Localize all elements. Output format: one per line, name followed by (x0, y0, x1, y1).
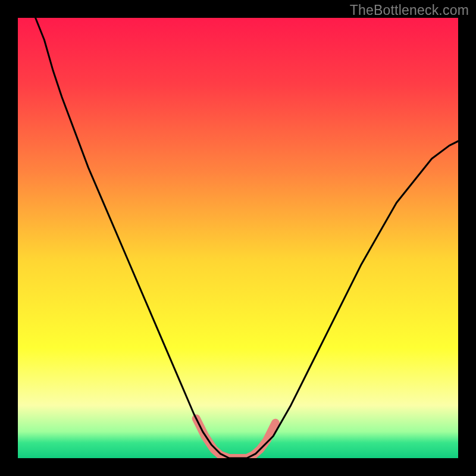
bottleneck-chart (18, 18, 458, 458)
gradient-background (18, 18, 458, 458)
watermark-text: TheBottleneck.com (350, 2, 469, 18)
chart-frame: TheBottleneck.com (0, 0, 476, 476)
plot-area (18, 18, 458, 458)
